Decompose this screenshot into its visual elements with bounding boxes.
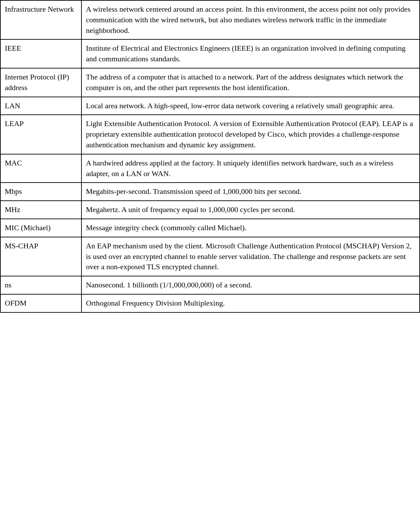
glossary-table: Infrastructure NetworkA wireless network…: [0, 0, 420, 313]
table-row: IEEEInstitute of Electrical and Electron…: [0, 39, 420, 68]
definition-cell: A hardwired address applied at the facto…: [81, 154, 420, 183]
table-row: MIC (Michael)Message integrity check (co…: [0, 219, 420, 237]
term-cell: OFDM: [0, 294, 81, 312]
table-row: MHzMegahertz. A unit of frequency equal …: [0, 201, 420, 219]
definition-cell: Nanosecond. 1 billionth (1/1,000,000,000…: [81, 276, 420, 294]
table-row: MACA hardwired address applied at the fa…: [0, 154, 420, 183]
term-cell: MAC: [0, 154, 81, 183]
definition-cell: Megahertz. A unit of frequency equal to …: [81, 201, 420, 219]
term-cell: Internet Protocol (IP) address: [0, 68, 81, 97]
definition-cell: Local area network. A high-speed, low-er…: [81, 97, 420, 115]
definition-cell: A wireless network centered around an ac…: [81, 0, 420, 39]
table-row: nsNanosecond. 1 billionth (1/1,000,000,0…: [0, 276, 420, 294]
term-cell: MHz: [0, 201, 81, 219]
term-cell: IEEE: [0, 39, 81, 68]
table-row: MbpsMegabits-per-second. Transmission sp…: [0, 183, 420, 201]
term-cell: Mbps: [0, 183, 81, 201]
term-cell: MS-CHAP: [0, 237, 81, 276]
definition-cell: Orthogonal Frequency Division Multiplexi…: [81, 294, 420, 312]
table-row: LANLocal area network. A high-speed, low…: [0, 97, 420, 115]
definition-cell: The address of a computer that is attach…: [81, 68, 420, 97]
table-row: LEAPLight Extensible Authentication Prot…: [0, 115, 420, 154]
definition-cell: Light Extensible Authentication Protocol…: [81, 115, 420, 154]
term-cell: LEAP: [0, 115, 81, 154]
term-cell: MIC (Michael): [0, 219, 81, 237]
term-cell: LAN: [0, 97, 81, 115]
table-row: MS-CHAPAn EAP mechanism used by the clie…: [0, 237, 420, 276]
term-cell: ns: [0, 276, 81, 294]
definition-cell: Institute of Electrical and Electronics …: [81, 39, 420, 68]
table-row: Internet Protocol (IP) addressThe addres…: [0, 68, 420, 97]
table-row: OFDMOrthogonal Frequency Division Multip…: [0, 294, 420, 312]
definition-cell: An EAP mechanism used by the client. Mic…: [81, 237, 420, 276]
definition-cell: Megabits-per-second. Transmission speed …: [81, 183, 420, 201]
term-cell: Infrastructure Network: [0, 0, 81, 39]
table-row: Infrastructure NetworkA wireless network…: [0, 0, 420, 39]
definition-cell: Message integrity check (commonly called…: [81, 219, 420, 237]
